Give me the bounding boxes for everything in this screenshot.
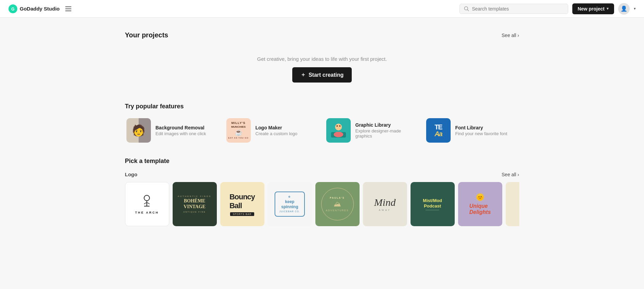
svg-line-3: [467, 10, 469, 11]
bouncy-sub: SPORTS BAR: [230, 212, 254, 216]
font-library-desc: Find your new favorite font: [455, 131, 507, 136]
logo-maker-info: Logo Maker Create a custom logo: [256, 125, 298, 136]
arch-label: THE ARCH: [135, 211, 159, 214]
arch-icon: [139, 194, 154, 209]
hamburger-line-2: [65, 8, 71, 9]
new-project-label: New project: [578, 6, 605, 12]
paula-name: PAULA'S: [330, 197, 345, 199]
logo: G GoDaddy Studio: [8, 4, 60, 14]
projects-see-all-button[interactable]: See all ›: [502, 33, 519, 38]
graphic-library-desc: Explore designer-made graphics: [355, 128, 418, 139]
logo-maker-desc: Create a custom logo: [256, 131, 298, 136]
logo-text: GoDaddy Studio: [20, 6, 60, 12]
projects-see-all-label: See all: [502, 33, 516, 38]
background-removal-info: Background Removal Edit images with one …: [156, 125, 206, 136]
projects-section-title: Your projects: [125, 31, 168, 39]
logo-maker-image: MILLY'S MUNCHIES ☕ EAT AS YOU GO: [226, 118, 251, 143]
header-left: G GoDaddy Studio: [8, 4, 73, 14]
graphic-library-info: Graphic Library Explore designer-made gr…: [355, 122, 418, 139]
template-card-mind[interactable]: Mind AWAY: [363, 182, 407, 226]
svg-point-7: [336, 125, 338, 127]
feature-card-background-removal[interactable]: 🧑 Background Removal Edit images with on…: [125, 117, 220, 144]
chevron-down-icon: ▾: [607, 6, 609, 11]
template-see-all-label: See all: [502, 172, 516, 177]
boheme-sub: ANTIQUE FINE: [183, 211, 206, 213]
hamburger-line-1: [65, 6, 71, 7]
font-library-image: TEAa: [426, 118, 451, 143]
unique-text: UniqueDelights: [469, 203, 491, 215]
boheme-top: AUTHENTIC FINDS: [178, 195, 211, 197]
plus-icon: ＋: [300, 71, 306, 78]
template-card-boheme[interactable]: AUTHENTIC FINDS BOHÈMEVINTAGE ANTIQUE FI…: [173, 182, 217, 226]
hamburger-line-3: [65, 11, 71, 11]
hamburger-menu-button[interactable]: [64, 5, 73, 13]
keep-sub: JUICEBAR CO.: [279, 210, 300, 213]
template-section-title: Pick a template: [125, 158, 519, 165]
svg-point-9: [144, 195, 150, 201]
logo-maker-text: MILLY'S MUNCHIES ☕ EAT AS YOU GO: [228, 121, 249, 139]
bouncy-text: BouncyBall: [229, 193, 255, 210]
projects-empty-state: Get creative, bring your ideas to life w…: [125, 46, 519, 100]
mist-text: Mist/ModPodcast: [423, 198, 442, 209]
projects-empty-text: Get creative, bring your ideas to life w…: [257, 56, 387, 62]
features-grid: 🧑 Background Removal Edit images with on…: [125, 117, 519, 144]
template-card-mist[interactable]: Mist/ModPodcast: [411, 182, 455, 226]
feature-card-graphic-library[interactable]: Graphic Library Explore designer-made gr…: [325, 117, 419, 144]
logo-row-label: Logo: [125, 171, 138, 177]
start-creating-label: Start creating: [309, 72, 344, 78]
logo-row-header: Logo See all ›: [125, 171, 519, 177]
new-project-button[interactable]: New project ▾: [572, 3, 614, 14]
search-bar[interactable]: [459, 4, 568, 14]
popular-features-title: Try popular features: [125, 103, 519, 110]
background-removal-name: Background Removal: [156, 125, 206, 130]
header: G GoDaddy Studio New project ▾ 👤 ▾: [0, 0, 644, 18]
main-content: Your projects See all › Get creative, br…: [105, 18, 540, 240]
chevron-right-icon: ›: [518, 33, 519, 38]
template-row: THE ARCH AUTHENTIC FINDS BOHÈMEVINTAGE A…: [125, 182, 519, 226]
logo-maker-name: Logo Maker: [256, 125, 298, 130]
font-library-text: TEAa: [435, 124, 442, 137]
paula-sub: ADVENTURES: [326, 209, 349, 212]
graphic-library-name: Graphic Library: [355, 122, 418, 128]
feature-card-logo-maker[interactable]: MILLY'S MUNCHIES ☕ EAT AS YOU GO Logo Ma…: [225, 117, 319, 144]
svg-text:G: G: [11, 7, 14, 12]
unique-icon: 🌞: [475, 193, 485, 202]
godaddy-logo-icon: G: [8, 4, 18, 14]
graphic-library-image: [326, 118, 351, 143]
template-card-paula[interactable]: PAULA'S ⛰ ADVENTURES: [315, 182, 360, 226]
bg-person-icon: 🧑: [126, 118, 151, 143]
projects-section-header: Your projects See all ›: [125, 31, 519, 39]
pick-a-template-section: Pick a template Logo See all › THE ARCH: [125, 158, 519, 226]
avatar-icon: 👤: [621, 5, 627, 12]
mind-sub: AWAY: [379, 209, 391, 211]
svg-point-5: [335, 124, 342, 130]
user-avatar-button[interactable]: 👤: [618, 3, 630, 15]
background-removal-desc: Edit images with one click: [156, 131, 206, 136]
boheme-main: BOHÈMEVINTAGE: [184, 198, 205, 210]
font-library-info: Font Library Find your new favorite font: [455, 125, 507, 136]
avatar-chevron-down-icon[interactable]: ▾: [634, 6, 636, 11]
font-library-name: Font Library: [455, 125, 507, 130]
your-projects-section: Your projects See all › Get creative, br…: [125, 31, 519, 100]
background-removal-image: 🧑: [126, 118, 151, 143]
keep-top: ⚙: [288, 196, 291, 198]
header-right: New project ▾ 👤 ▾: [459, 3, 636, 15]
graphic-library-svg: [328, 120, 349, 141]
keep-main: keepspinning: [281, 199, 298, 209]
template-see-all-button[interactable]: See all ›: [502, 172, 519, 177]
popular-features-section: Try popular features 🧑 Background Remova…: [125, 103, 519, 144]
template-card-keep[interactable]: ⚙ keepspinning JUICEBAR CO.: [268, 182, 312, 226]
template-card-bouncy[interactable]: BouncyBall SPORTS BAR: [220, 182, 264, 226]
svg-point-8: [339, 125, 341, 127]
svg-point-6: [334, 132, 343, 137]
mind-text: Mind: [374, 197, 396, 207]
search-icon: [464, 6, 469, 12]
search-input[interactable]: [472, 6, 564, 12]
feature-card-font-library[interactable]: TEAa Font Library Find your new favorite…: [425, 117, 519, 144]
template-chevron-right-icon: ›: [518, 172, 519, 177]
template-card-arch[interactable]: THE ARCH: [125, 182, 169, 226]
template-card-great-escape[interactable]: The GreatEscape — — —: [506, 182, 519, 226]
paula-mountain: ⛰: [334, 200, 341, 209]
template-card-unique[interactable]: 🌞 UniqueDelights: [458, 182, 502, 226]
start-creating-button[interactable]: ＋ Start creating: [292, 67, 352, 83]
